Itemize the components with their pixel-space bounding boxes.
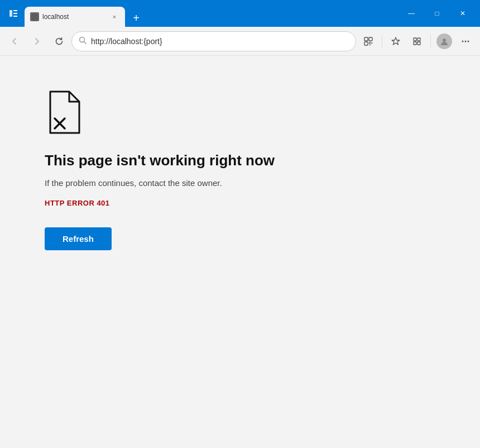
page-content: This page isn't working right now If the…: [0, 56, 480, 448]
svg-point-19: [468, 40, 469, 42]
tab-title: localhost: [42, 13, 106, 21]
svg-rect-13: [417, 38, 420, 41]
svg-rect-2: [13, 13, 17, 14]
profile-button[interactable]: [434, 31, 454, 51]
settings-button[interactable]: [455, 31, 476, 51]
divider: [382, 35, 382, 48]
title-bar-left: [4, 4, 22, 22]
error-code: HTTP ERROR 401: [45, 199, 435, 207]
tab-favicon: [30, 12, 39, 21]
back-button[interactable]: [4, 31, 25, 51]
svg-rect-3: [13, 16, 17, 17]
error-icon: [45, 89, 85, 134]
refresh-button[interactable]: Refresh: [45, 227, 112, 250]
title-bar: localhost × + — □ ✕: [0, 0, 480, 27]
minimize-button[interactable]: —: [399, 0, 424, 27]
nav-bar: [0, 27, 480, 56]
search-icon: [79, 36, 87, 46]
svg-rect-1: [13, 10, 17, 11]
svg-point-16: [443, 39, 446, 42]
avatar: [436, 34, 452, 49]
error-heading: This page isn't working right now: [45, 152, 435, 169]
maximize-button[interactable]: □: [424, 0, 450, 27]
window-controls: — □ ✕: [399, 0, 476, 27]
forward-button[interactable]: [27, 31, 47, 51]
reload-button[interactable]: [49, 31, 69, 51]
address-input[interactable]: [91, 37, 349, 46]
svg-rect-14: [414, 42, 416, 45]
svg-rect-9: [364, 37, 368, 41]
svg-point-18: [465, 40, 467, 42]
tab-bar: localhost × +: [25, 0, 396, 27]
tab-close-button[interactable]: ×: [109, 12, 119, 22]
favorites-button[interactable]: [386, 31, 406, 51]
nav-right-icons: [358, 31, 476, 51]
extensions-button[interactable]: [358, 31, 378, 51]
divider-2: [430, 35, 431, 48]
new-tab-button[interactable]: +: [127, 9, 145, 27]
sidebar-toggle-button[interactable]: [4, 4, 22, 22]
svg-rect-12: [414, 38, 416, 41]
browser-tab[interactable]: localhost ×: [25, 7, 125, 27]
svg-line-8: [84, 42, 87, 44]
svg-rect-10: [369, 37, 372, 41]
close-button[interactable]: ✕: [450, 0, 476, 27]
svg-rect-0: [9, 10, 12, 17]
svg-rect-15: [417, 42, 420, 45]
error-subtext: If the problem continues, contact the si…: [45, 178, 435, 188]
svg-point-17: [462, 40, 464, 42]
address-bar[interactable]: [71, 31, 356, 51]
svg-rect-11: [364, 42, 368, 45]
collections-button[interactable]: [407, 31, 427, 51]
